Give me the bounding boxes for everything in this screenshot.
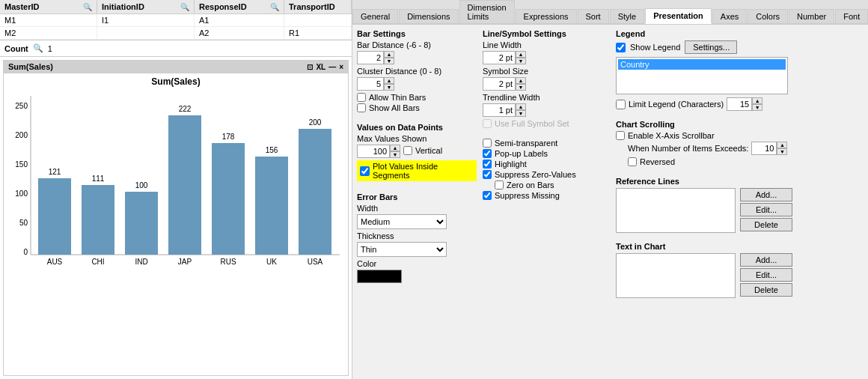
zero-on-bars-checkbox[interactable] — [495, 181, 504, 190]
text-in-chart-delete-button[interactable]: Delete — [740, 283, 792, 297]
chart-icon-minimize[interactable]: — — [328, 63, 336, 71]
symbol-size-up[interactable]: ▲ — [516, 77, 526, 84]
trendline-width-up[interactable]: ▲ — [516, 103, 526, 110]
error-color-row: Color — [357, 259, 477, 283]
tab-dimensions[interactable]: Dimensions — [399, 9, 458, 23]
chart-icon-close[interactable]: × — [339, 63, 343, 71]
tab-sort[interactable]: Sort — [578, 9, 609, 23]
symbol-size-down[interactable]: ▼ — [516, 84, 526, 91]
when-exceeds-field[interactable] — [751, 142, 777, 155]
y-tick-150: 150 — [15, 160, 28, 169]
line-width-field[interactable] — [483, 51, 516, 64]
semi-transparent-checkbox[interactable] — [483, 139, 492, 148]
error-thickness-select[interactable]: Thin Medium Wide — [357, 242, 447, 257]
limit-legend-field[interactable] — [727, 97, 752, 111]
error-width-select[interactable]: Medium Thin Wide — [357, 214, 447, 229]
plot-values-checkbox[interactable] — [360, 166, 370, 176]
max-values-input[interactable]: ▲ ▼ — [357, 145, 400, 158]
y-tick-100: 100 — [15, 190, 28, 198]
bar-label-rus: 178 — [222, 133, 235, 141]
error-color-swatch[interactable] — [357, 270, 402, 283]
reference-lines-delete-button[interactable]: Delete — [740, 218, 792, 231]
tab-style[interactable]: Style — [610, 9, 644, 23]
cluster-distance-input[interactable]: ▲ ▼ — [357, 77, 441, 91]
limit-legend-input[interactable]: ▲ ▼ — [727, 97, 762, 111]
trendline-width-input[interactable]: ▲ ▼ — [483, 103, 610, 117]
cluster-distance-up[interactable]: ▲ — [384, 77, 394, 84]
max-values-spinners: ▲ ▼ — [390, 145, 400, 158]
table-header: MasterID 🔍 InitiationID 🔍 ResponseID 🔍 T… — [0, 0, 352, 14]
semi-transparent-label: Semi-transparent — [495, 139, 557, 148]
cell-m1-transport — [284, 14, 352, 26]
tab-presentation[interactable]: Presentation — [645, 8, 712, 24]
plot-values-highlight: Plot Values Inside Segments — [357, 160, 477, 181]
search-icon-masterid[interactable]: 🔍 — [83, 3, 92, 11]
trendline-width-field[interactable] — [483, 103, 516, 117]
tab-dimension-limits[interactable]: Dimension Limits — [459, 0, 515, 23]
vertical-checkbox[interactable] — [403, 146, 412, 155]
show-legend-checkbox[interactable] — [616, 43, 626, 52]
tab-colors[interactable]: Colors — [748, 9, 788, 23]
bar-distance-up[interactable]: ▲ — [384, 51, 394, 58]
suppress-missing-checkbox[interactable] — [483, 191, 492, 200]
tab-number[interactable]: Number — [789, 9, 834, 23]
search-icon-initiationid[interactable]: 🔍 — [180, 3, 189, 11]
popup-labels-checkbox[interactable] — [483, 149, 492, 158]
tab-axes[interactable]: Axes — [712, 9, 747, 23]
highlight-checkbox[interactable] — [483, 160, 492, 169]
limit-legend-down[interactable]: ▼ — [752, 104, 762, 111]
show-legend-row: Show Legend Settings... — [616, 40, 868, 54]
bar-distance-input[interactable]: ▲ ▼ — [357, 51, 431, 64]
reference-lines-add-button[interactable]: Add... — [740, 188, 792, 201]
limit-legend-checkbox[interactable] — [616, 100, 626, 109]
symbol-size-input[interactable]: ▲ ▼ — [483, 77, 610, 91]
allow-thin-bars-checkbox[interactable] — [357, 93, 366, 102]
error-width-row: Width Medium Thin Wide — [357, 204, 477, 229]
text-in-chart-add-button[interactable]: Add... — [740, 253, 792, 267]
chart-icon-square[interactable]: ⊡ — [307, 63, 313, 71]
cluster-distance-field[interactable] — [357, 77, 384, 91]
max-values-down[interactable]: ▼ — [390, 151, 400, 158]
symbol-size-field[interactable] — [483, 77, 516, 91]
legend-settings-button[interactable]: Settings... — [685, 40, 737, 54]
reversed-checkbox[interactable] — [628, 157, 637, 166]
plot-values-label: Plot Values Inside Segments — [373, 162, 474, 180]
line-width-down[interactable]: ▼ — [516, 58, 526, 64]
bar-distance-down[interactable]: ▼ — [384, 58, 394, 64]
reference-lines-edit-button[interactable]: Edit... — [740, 203, 792, 216]
cluster-distance-down[interactable]: ▼ — [384, 84, 394, 91]
popup-labels-label: Pop-up Labels — [495, 149, 548, 158]
enable-scrollbar-checkbox[interactable] — [616, 131, 625, 140]
bar-distance-field[interactable] — [357, 51, 384, 64]
max-values-field[interactable] — [357, 145, 390, 158]
when-exceeds-input[interactable]: ▲ ▼ — [751, 142, 787, 155]
trendline-width-down[interactable]: ▼ — [516, 110, 526, 117]
vertical-row: Vertical — [403, 146, 442, 155]
max-values-up[interactable]: ▲ — [390, 145, 400, 151]
chart-icon-xl[interactable]: XL — [316, 63, 326, 71]
show-all-bars-checkbox[interactable] — [357, 103, 366, 112]
line-width-input[interactable]: ▲ ▼ — [483, 51, 610, 64]
suppress-zero-checkbox[interactable] — [483, 170, 492, 179]
x-label-rus: RUS — [220, 258, 236, 266]
when-exceeds-up[interactable]: ▲ — [777, 142, 787, 148]
legend-item-country[interactable]: Country — [618, 59, 786, 70]
tab-expressions[interactable]: Expressions — [516, 9, 577, 23]
line-width-up[interactable]: ▲ — [516, 51, 526, 58]
reference-lines-title: Reference Lines — [616, 177, 868, 186]
x-label-ind: IND — [135, 258, 147, 266]
limit-legend-up[interactable]: ▲ — [752, 97, 762, 104]
search-icon-count[interactable]: 🔍 — [33, 43, 43, 53]
search-icon-responseid[interactable]: 🔍 — [270, 3, 279, 11]
bar-rus — [212, 143, 245, 255]
bar-label-ind: 100 — [135, 181, 148, 190]
tab-font[interactable]: Font — [835, 9, 868, 23]
text-in-chart-edit-button[interactable]: Edit... — [740, 268, 792, 282]
count-section: Count 🔍 1 — [0, 40, 352, 57]
line-width-row: Line Width ▲ ▼ — [483, 40, 610, 64]
when-exceeds-down[interactable]: ▼ — [777, 148, 787, 155]
col-masterid: MasterID 🔍 — [0, 0, 97, 13]
bar-usa — [299, 129, 331, 255]
use-full-symbol-checkbox[interactable] — [483, 119, 492, 128]
tab-general[interactable]: General — [352, 9, 398, 23]
